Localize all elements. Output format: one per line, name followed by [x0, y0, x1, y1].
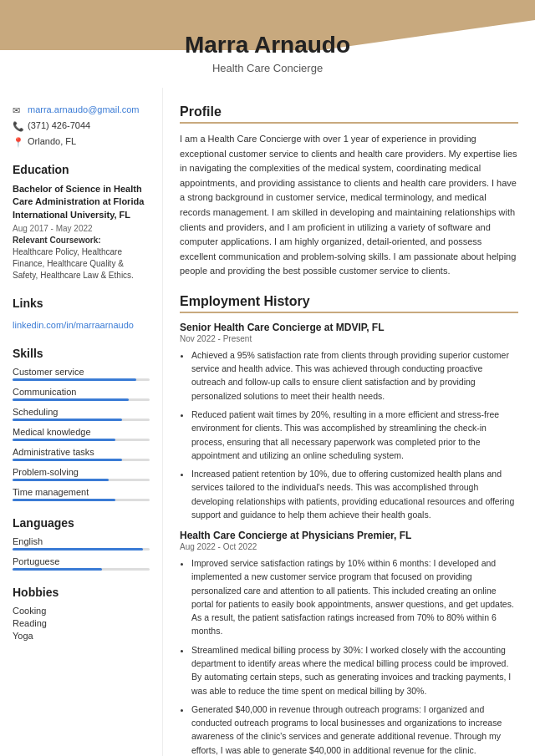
- candidate-title: Health Care Concierge: [17, 62, 518, 74]
- skill-name: Scheduling: [13, 407, 150, 417]
- profile-text: I am a Health Care Concierge with over 1…: [180, 132, 518, 279]
- education-title: Education: [13, 163, 150, 176]
- skill-name: Administrative tasks: [13, 447, 150, 457]
- job-entry: Senior Health Care Concierge at MDVIP, F…: [180, 322, 518, 521]
- email-icon: ✉: [13, 105, 23, 116]
- job-bullet: Achieved a 95% satisfaction rate from cl…: [191, 348, 518, 403]
- email-link[interactable]: marra.arnaudo@gmail.com: [28, 104, 139, 114]
- main-content: Profile I am a Health Care Concierge wit…: [163, 88, 535, 756]
- languages-title: Languages: [13, 516, 150, 530]
- job-dates: Aug 2022 - Oct 2022: [180, 542, 518, 551]
- phone-icon: 📞: [13, 121, 23, 132]
- body: ✉ marra.arnaudo@gmail.com 📞 (371) 426-70…: [0, 88, 535, 756]
- sidebar: ✉ marra.arnaudo@gmail.com 📞 (371) 426-70…: [0, 88, 163, 756]
- skills-title: Skills: [13, 347, 150, 360]
- skill-bar-bg: [13, 378, 150, 381]
- linkedin-link[interactable]: linkedin.com/in/marraarnaudo: [13, 320, 134, 330]
- job-bullet: Reduced patient wait times by 20%, resul…: [191, 408, 518, 462]
- profile-section: Profile I am a Health Care Concierge wit…: [180, 104, 518, 279]
- phone-item: 📞 (371) 426-7044: [13, 120, 150, 132]
- language-item: Portuguese: [13, 556, 150, 571]
- hobbies-section: Hobbies CookingReadingYoga: [13, 586, 150, 641]
- skill-bar-bg: [13, 419, 150, 421]
- hobby-item: Cooking: [13, 606, 150, 616]
- language-bar-bg: [13, 548, 150, 551]
- skill-bar-bg: [13, 459, 150, 461]
- skill-bar-bg: [13, 439, 150, 441]
- linkedin-item: linkedin.com/in/marraarnaudo: [13, 317, 150, 332]
- education-section: Education Bachelor of Science in Health …: [13, 163, 150, 282]
- skill-bar-fill: [13, 479, 109, 481]
- hobby-item: Reading: [13, 618, 150, 628]
- languages-list: English Portuguese: [13, 536, 150, 571]
- jobs-list: Senior Health Care Concierge at MDVIP, F…: [180, 322, 518, 756]
- skills-list: Customer service Communication Schedulin…: [13, 367, 150, 501]
- resume-container: Marra Arnaudo Health Care Concierge ✉ ma…: [0, 0, 535, 756]
- skill-name: Communication: [13, 387, 150, 397]
- skill-bar-fill: [13, 378, 136, 381]
- skill-item: Administrative tasks: [13, 447, 150, 461]
- job-bullet: Streamlined medical billing process by 3…: [191, 643, 518, 698]
- location-item: 📍 Orlando, FL: [13, 136, 150, 148]
- skill-item: Medical knowledge: [13, 427, 150, 441]
- email-item: ✉ marra.arnaudo@gmail.com: [13, 104, 150, 116]
- job-bullet: Improved service satisfaction ratings by…: [191, 556, 518, 638]
- education-degree: Bachelor of Science in Health Care Admin…: [13, 183, 150, 221]
- skill-bar-bg: [13, 398, 150, 401]
- skill-name: Problem-solving: [13, 467, 150, 477]
- skill-name: Customer service: [13, 367, 150, 377]
- skill-bar-fill: [13, 439, 115, 441]
- skill-bar-fill: [13, 398, 129, 401]
- skill-item: Scheduling: [13, 407, 150, 421]
- language-item: English: [13, 536, 150, 551]
- job-bullets: Improved service satisfaction ratings by…: [180, 556, 518, 756]
- skill-item: Communication: [13, 387, 150, 401]
- job-title: Senior Health Care Concierge at MDVIP, F…: [180, 322, 518, 333]
- employment-section: Employment History Senior Health Care Co…: [180, 294, 518, 756]
- location-icon: 📍: [13, 137, 23, 148]
- languages-section: Languages English Portuguese: [13, 516, 150, 571]
- skill-bar-bg: [13, 499, 150, 501]
- coursework-text: Healthcare Policy, Healthcare Finance, H…: [13, 246, 150, 282]
- hobbies-list: CookingReadingYoga: [13, 606, 150, 641]
- skills-section: Skills Customer service Communication Sc…: [13, 347, 150, 501]
- language-bar-bg: [13, 568, 150, 571]
- links-title: Links: [13, 297, 150, 310]
- profile-section-title: Profile: [180, 104, 518, 124]
- skill-item: Time management: [13, 487, 150, 501]
- skill-name: Time management: [13, 487, 150, 497]
- skill-item: Customer service: [13, 367, 150, 381]
- education-dates: Aug 2017 - May 2022: [13, 224, 150, 233]
- language-name: Portuguese: [13, 556, 150, 566]
- employment-section-title: Employment History: [180, 294, 518, 313]
- skill-bar-fill: [13, 459, 122, 461]
- coursework-label: Relevant Coursework:: [13, 236, 150, 245]
- job-bullets: Achieved a 95% satisfaction rate from cl…: [180, 348, 518, 521]
- job-dates: Nov 2022 - Present: [180, 334, 518, 343]
- job-bullet: Generated $40,000 in revenue through out…: [191, 703, 518, 756]
- job-bullet: Increased patient retention by 10%, due …: [191, 467, 518, 521]
- skill-bar-fill: [13, 419, 122, 421]
- location-text: Orlando, FL: [28, 136, 76, 146]
- hobby-item: Yoga: [13, 631, 150, 641]
- skill-name: Medical knowledge: [13, 427, 150, 437]
- hobbies-title: Hobbies: [13, 586, 150, 599]
- language-name: English: [13, 536, 150, 546]
- language-bar-fill: [13, 548, 143, 551]
- skill-bar-fill: [13, 499, 115, 501]
- job-title: Health Care Concierge at Physicians Prem…: [180, 530, 518, 541]
- skill-bar-bg: [13, 479, 150, 481]
- phone-text: (371) 426-7044: [28, 120, 90, 130]
- skill-item: Problem-solving: [13, 467, 150, 481]
- links-section: Links linkedin.com/in/marraarnaudo: [13, 297, 150, 332]
- language-bar-fill: [13, 568, 102, 571]
- job-entry: Health Care Concierge at Physicians Prem…: [180, 530, 518, 756]
- header: Marra Arnaudo Health Care Concierge: [0, 0, 535, 88]
- candidate-name: Marra Arnaudo: [17, 32, 518, 58]
- contact-section: ✉ marra.arnaudo@gmail.com 📞 (371) 426-70…: [13, 104, 150, 148]
